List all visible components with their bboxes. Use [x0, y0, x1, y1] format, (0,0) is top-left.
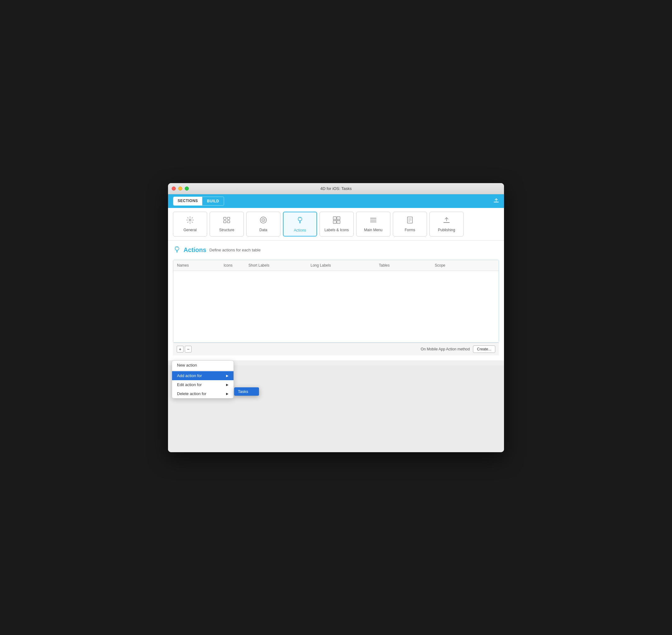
- build-tab[interactable]: BUILD: [202, 197, 224, 205]
- main-window: 4D for iOS: Tasks SECTIONS BUILD General: [168, 183, 504, 452]
- svg-rect-20: [370, 222, 376, 222]
- tab-general[interactable]: General: [173, 212, 207, 237]
- tab-actions[interactable]: Actions: [283, 212, 317, 237]
- submenu-add-action: Tasks: [234, 387, 259, 396]
- table-body[interactable]: [173, 271, 499, 342]
- actions-section-icon: [173, 245, 181, 255]
- maximize-button[interactable]: [185, 187, 189, 191]
- svg-rect-5: [227, 221, 230, 223]
- table-header: Names Icons Short Labels Long Labels Tab…: [173, 260, 499, 271]
- svg-point-8: [263, 219, 264, 220]
- tab-structure[interactable]: Structure: [210, 212, 244, 237]
- menu-item-delete-action-for[interactable]: Delete action for ▶: [172, 389, 233, 398]
- submenu-item-tasks[interactable]: Tasks: [234, 387, 259, 396]
- tab-data[interactable]: Data: [246, 212, 280, 237]
- menu-divider: [172, 370, 233, 371]
- menu-item-add-action-for[interactable]: Add action for ▶ Tasks: [172, 371, 233, 380]
- actions-header: Actions Define actions for each table: [173, 245, 499, 255]
- remove-button[interactable]: −: [185, 346, 192, 353]
- labels-icons-icon: [333, 216, 341, 226]
- sections-tab[interactable]: SECTIONS: [173, 197, 202, 205]
- svg-rect-3: [224, 221, 226, 223]
- col-icons: Icons: [220, 262, 245, 269]
- col-names: Names: [173, 262, 220, 269]
- menu-item-new-action[interactable]: New action: [172, 360, 233, 370]
- submenu-chevron-edit: ▶: [226, 383, 229, 387]
- tab-main-menu[interactable]: Main Menu: [356, 212, 390, 237]
- title-bar: 4D for iOS: Tasks: [168, 183, 504, 194]
- tab-main-menu-label: Main Menu: [364, 228, 382, 232]
- svg-rect-0: [494, 202, 499, 202]
- structure-icon: [223, 216, 231, 226]
- close-button[interactable]: [172, 187, 176, 191]
- method-text: On Mobile App Action method: [421, 347, 470, 351]
- svg-point-1: [189, 219, 191, 221]
- top-nav: SECTIONS BUILD: [168, 194, 504, 208]
- data-icon: [259, 216, 267, 226]
- traffic-lights: [172, 187, 189, 191]
- tab-labels-icons-label: Labels & Icons: [324, 228, 349, 232]
- tab-forms[interactable]: Forms: [393, 212, 427, 237]
- svg-rect-4: [227, 217, 230, 219]
- tab-data-label: Data: [259, 228, 267, 232]
- col-long-labels: Long Labels: [307, 262, 375, 269]
- svg-rect-2: [224, 217, 226, 219]
- tab-publishing[interactable]: Publishing: [429, 212, 464, 237]
- add-button[interactable]: +: [177, 346, 184, 353]
- col-short-labels: Short Labels: [245, 262, 307, 269]
- context-menu-area: New action Add action for ▶ Tasks Edit a…: [168, 360, 504, 365]
- context-menu: New action Add action for ▶ Tasks Edit a…: [172, 360, 234, 398]
- window-title: 4D for iOS: Tasks: [320, 186, 352, 191]
- section-tabs: General Structure Data: [168, 208, 504, 241]
- submenu-chevron-delete: ▶: [226, 392, 229, 395]
- tab-structure-label: Structure: [219, 228, 234, 232]
- tab-labels-icons[interactable]: Labels & Icons: [319, 212, 354, 237]
- actions-title: Actions: [184, 246, 206, 254]
- actions-icon: [296, 216, 304, 226]
- minimize-button[interactable]: [178, 187, 182, 191]
- forms-icon: [406, 216, 414, 226]
- col-scope: Scope: [431, 262, 499, 269]
- actions-table: Names Icons Short Labels Long Labels Tab…: [173, 260, 499, 343]
- tab-publishing-label: Publishing: [438, 228, 455, 232]
- svg-rect-25: [443, 222, 450, 223]
- main-menu-icon: [369, 216, 377, 226]
- col-tables: Tables: [375, 262, 431, 269]
- bottom-right: On Mobile App Action method Create...: [421, 346, 495, 353]
- tab-actions-label: Actions: [294, 228, 306, 233]
- menu-item-edit-action-for[interactable]: Edit action for ▶: [172, 380, 233, 389]
- upload-icon[interactable]: [493, 198, 499, 204]
- svg-rect-19: [370, 220, 376, 220]
- publishing-icon: [442, 216, 450, 226]
- actions-description: Define actions for each table: [209, 248, 260, 252]
- bottom-bar: + − On Mobile App Action method Create..…: [173, 343, 499, 355]
- tab-general-label: General: [184, 228, 197, 232]
- actions-area: Actions Define actions for each table Na…: [168, 241, 504, 360]
- submenu-chevron-add: ▶: [226, 374, 229, 377]
- general-icon: [186, 216, 194, 226]
- tab-forms-label: Forms: [405, 228, 415, 232]
- svg-rect-18: [370, 218, 376, 219]
- create-button[interactable]: Create...: [473, 346, 495, 353]
